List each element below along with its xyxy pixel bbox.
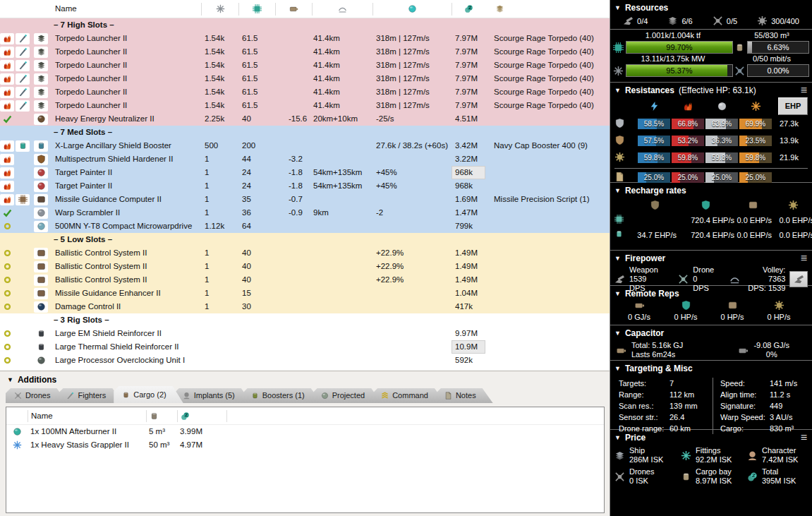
tab-projected[interactable]: Projected [313, 388, 382, 403]
state-cell[interactable] [0, 32, 14, 45]
state-cell[interactable] [0, 139, 14, 152]
resistance-pct-label: 58.5% [638, 119, 670, 129]
state-cell[interactable] [0, 260, 14, 273]
overheat-icon[interactable] [3, 101, 12, 110]
resistance-pct-label: 63.9% [705, 119, 738, 129]
state-cell[interactable] [0, 340, 14, 354]
script-ammo-icon [18, 195, 28, 204]
fit-row[interactable]: Warp Scrambler II136-0.99km-21.47M [0, 206, 610, 220]
state-cell[interactable] [0, 152, 14, 166]
fit-row[interactable]: Multispectrum Shield Hardener II144-3.23… [0, 152, 610, 166]
price-menu-icon[interactable]: ≡ [801, 432, 807, 443]
cargo-row[interactable]: 1x 100MN Afterburner II5 m³3.99M [6, 425, 604, 438]
tab-drones[interactable]: Drones [6, 388, 67, 403]
firepower-header[interactable]: ▼ Firepower [610, 251, 812, 265]
overheat-icon[interactable] [3, 74, 12, 83]
overheat-icon[interactable] [3, 141, 12, 150]
capacitor-header[interactable]: ▼ Capacitor [610, 325, 812, 340]
state-cell[interactable] [0, 193, 14, 206]
online-state-icon[interactable] [4, 303, 11, 311]
resistance-bar: 25.0% [638, 172, 670, 183]
tab-implants-5[interactable]: Implants (5) [174, 388, 252, 403]
overheat-icon[interactable] [3, 47, 12, 56]
online-state-icon[interactable] [4, 222, 11, 230]
overheat-icon[interactable] [3, 195, 12, 204]
charge-name: Scourge Rage Torpedo (40) [485, 32, 610, 45]
resistances-header[interactable]: ▼ Resistances (Effective HP: 63.1k) [610, 83, 812, 97]
state-cell[interactable] [0, 85, 14, 99]
online-state-icon[interactable] [4, 343, 11, 351]
fit-row[interactable]: Target Painter II124-1.854km+135km+45%96… [0, 166, 610, 179]
overheat-icon[interactable] [3, 168, 12, 177]
overheat-icon[interactable] [3, 155, 12, 164]
resources-header[interactable]: ▼ Resources [610, 0, 812, 14]
overheat-icon[interactable] [3, 34, 12, 43]
fit-row[interactable]: Missile Guidance Enhancer II1151.04M [0, 287, 610, 300]
state-cell[interactable] [0, 72, 14, 85]
online-state-icon[interactable] [4, 263, 11, 270]
state-cell[interactable] [0, 59, 14, 72]
resistances-menu-icon[interactable]: ≡ [801, 85, 807, 96]
firepower-menu-icon[interactable]: ≡ [801, 253, 807, 264]
active-state-icon[interactable] [3, 208, 12, 217]
torpedo-ammo-icon [18, 47, 28, 56]
charge-name: Scourge Rage Torpedo (40) [485, 45, 610, 59]
dps-graph-button[interactable] [789, 271, 808, 287]
fit-row[interactable]: Target Painter II124-1.854km+135km+45%96… [0, 179, 610, 193]
fit-row[interactable]: Torpedo Launcher II1.54k61.541.4km318m |… [0, 32, 610, 45]
online-state-icon[interactable] [4, 276, 11, 284]
online-state-icon[interactable] [4, 289, 11, 297]
overheat-icon[interactable] [3, 181, 12, 191]
fit-row[interactable]: Missile Guidance Computer II135-0.71.69M… [0, 193, 610, 206]
state-cell[interactable] [0, 45, 14, 59]
state-cell[interactable] [0, 112, 14, 126]
state-cell[interactable] [0, 327, 14, 340]
state-cell[interactable] [0, 246, 14, 260]
cpu-value: 40 [238, 246, 275, 260]
fit-row[interactable]: Large Thermal Shield Reinforcer II10.9M [0, 340, 610, 354]
tab-command[interactable]: Command [372, 388, 445, 403]
kinetic-icon-cell [705, 101, 739, 112]
online-state-icon[interactable] [4, 249, 11, 257]
overheat-icon[interactable] [3, 61, 12, 70]
tab-notes[interactable]: Notes [436, 388, 493, 403]
fit-row[interactable]: Large Processor Overclocking Unit I592k [0, 354, 610, 367]
additions-title[interactable]: ▼ Additions [0, 371, 610, 386]
fit-row[interactable]: X-Large Ancillary Shield Booster50020027… [0, 139, 610, 152]
recharge-header[interactable]: ▼ Recharge rates [610, 183, 812, 197]
overheat-icon[interactable] [3, 88, 12, 97]
remote-reps-header[interactable]: ▼ Remote Reps [610, 286, 812, 300]
price-header[interactable]: ▼ Price [610, 430, 812, 444]
state-cell[interactable] [0, 179, 14, 193]
fit-row[interactable]: Ballistic Control System II140+22.9%1.49… [0, 246, 610, 260]
fit-row[interactable]: Damage Control II130417k [0, 300, 610, 313]
tab-cargo-2[interactable]: Cargo (2) [114, 386, 183, 403]
active-state-icon[interactable] [3, 114, 12, 124]
state-cell[interactable] [0, 273, 14, 287]
state-cell[interactable] [0, 300, 14, 313]
cargo-row[interactable]: 1x Heavy Stasis Grappler II50 m³4.97M [6, 438, 604, 452]
tab-boosters-1[interactable]: Boosters (1) [243, 388, 322, 403]
fit-row[interactable]: Large EM Shield Reinforcer II9.97M [0, 327, 610, 340]
targeting-misc-header[interactable]: ▼ Targeting & Misc [610, 361, 812, 375]
state-cell[interactable] [0, 354, 14, 367]
state-cell[interactable] [0, 287, 14, 300]
fit-row[interactable]: 500MN Y-T8 Compact Microwarpdrive1.12k64… [0, 220, 610, 233]
fit-row[interactable]: Torpedo Launcher II1.54k61.541.4km318m |… [0, 99, 610, 112]
state-cell[interactable] [0, 206, 14, 220]
fit-row[interactable]: Torpedo Launcher II1.54k61.541.4km318m |… [0, 59, 610, 72]
state-cell[interactable] [0, 220, 14, 233]
fit-row[interactable]: Ballistic Control System II140+22.9%1.49… [0, 260, 610, 273]
fit-row[interactable]: Torpedo Launcher II1.54k61.541.4km318m |… [0, 85, 610, 99]
state-cell[interactable] [0, 166, 14, 179]
online-state-icon[interactable] [4, 356, 11, 364]
module-icon-cell [31, 340, 51, 354]
fit-row[interactable]: Torpedo Launcher II1.54k61.541.4km318m |… [0, 72, 610, 85]
fit-row[interactable]: Heavy Energy Neutralizer II2.25k40-15.62… [0, 112, 610, 126]
fit-row[interactable]: Ballistic Control System II140+22.9%1.49… [0, 273, 610, 287]
state-cell[interactable] [0, 99, 14, 112]
tab-fighters[interactable]: Fighters [58, 388, 123, 403]
ehp-button[interactable]: EHP [778, 97, 808, 115]
fit-row[interactable]: Torpedo Launcher II1.54k61.541.4km318m |… [0, 45, 610, 59]
online-state-icon[interactable] [4, 330, 11, 337]
